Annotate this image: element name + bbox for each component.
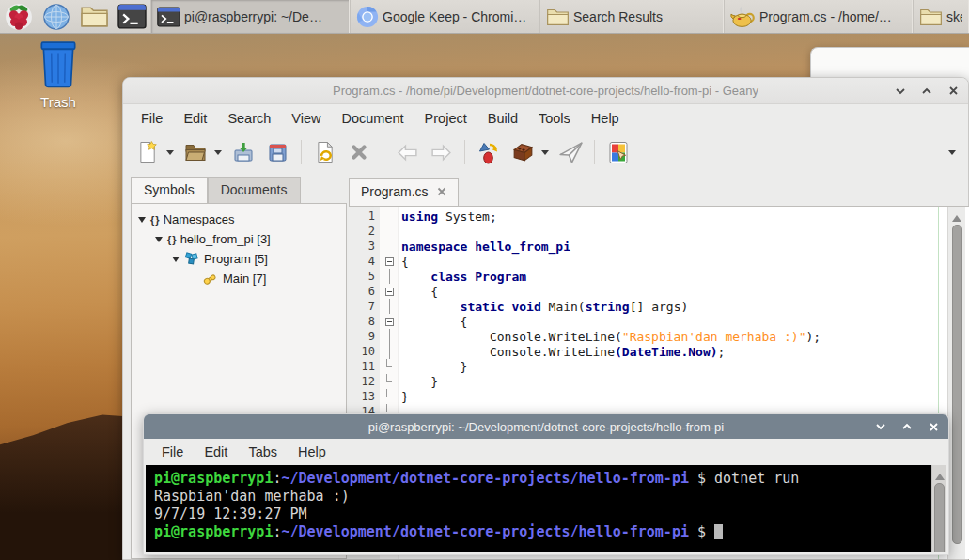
menu-edit[interactable]: Edit [194, 441, 238, 463]
sidebar-tab-documents[interactable]: Documents [208, 177, 301, 203]
geany-maximize-button[interactable] [919, 84, 934, 99]
toolbar-overflow-arrow[interactable] [948, 150, 956, 159]
save-all-button[interactable] [262, 136, 292, 168]
menu-tabs[interactable]: Tabs [238, 441, 288, 463]
taskbar-task-1[interactable]: pi@raspberrypi: ~/De… [150, 0, 350, 33]
terminal-window-title: pi@raspberrypi: ~/Development/dotnet-cor… [368, 420, 724, 434]
menu-file[interactable]: File [131, 107, 173, 130]
open-file-icon [183, 142, 208, 163]
taskbar-task-2[interactable]: Google Keep - Chromi… [350, 0, 539, 33]
tab-close-icon[interactable] [437, 187, 446, 196]
scroll-up-arrow-icon[interactable] [952, 210, 961, 222]
menu-edit[interactable]: Edit [173, 107, 217, 130]
terminal-scrollbar[interactable] [931, 465, 946, 552]
line-number: 8 [349, 315, 380, 328]
token-p: ); [805, 330, 821, 344]
fold-line-icon [389, 344, 390, 359]
symbol-tree-item-program[interactable]: Program [5] [132, 249, 346, 269]
revert-file-button[interactable] [310, 136, 340, 168]
taskbar-task-3[interactable]: Search Results [539, 0, 724, 33]
line-number: 3 [349, 240, 380, 253]
fold-corner-icon [386, 404, 392, 412]
toolbar-separator [383, 140, 383, 164]
taskbar-task-label: Search Results [573, 9, 663, 24]
new-file-button[interactable] [133, 136, 163, 168]
globe-icon [42, 3, 70, 31]
editor-scrollbar[interactable] [947, 207, 965, 559]
save-file-button[interactable] [228, 136, 258, 168]
code-text: using System; [399, 210, 497, 224]
tab-program-cs[interactable]: Program.cs [349, 178, 459, 206]
namespace-icon: { } [150, 214, 159, 226]
open-file-button[interactable] [180, 136, 211, 168]
nav-back-button[interactable] [392, 136, 422, 168]
symbol-tree-item-hello_from_pi[interactable]: { }hello_from_pi [3] [132, 229, 346, 249]
fold-marker [380, 359, 399, 374]
run-button[interactable] [555, 136, 586, 168]
terminal-launcher[interactable] [113, 0, 150, 33]
fold-marker[interactable] [380, 314, 399, 329]
symbol-tree-item-main[interactable]: Main [7] [132, 269, 346, 288]
menu-view[interactable]: View [281, 107, 331, 130]
symbol-tree-item-namespaces[interactable]: { }Namespaces [132, 210, 346, 229]
code-text: Console.WriteLine("Raspbian'dan merhaba … [399, 330, 821, 344]
tree-expander-icon[interactable] [138, 217, 146, 226]
file-manager-launcher[interactable] [75, 0, 113, 33]
menu-document[interactable]: Document [332, 107, 414, 130]
fold-line-icon [389, 329, 390, 344]
token-p: ; [718, 345, 726, 359]
terminal-scrollbar-thumb[interactable] [934, 483, 945, 552]
compile-button[interactable] [474, 136, 504, 168]
fold-corner-icon [386, 359, 392, 367]
tree-expander-icon[interactable] [155, 237, 163, 246]
build-dropdown-arrow[interactable] [541, 150, 549, 159]
taskbar-task-5[interactable]: ske [913, 0, 969, 33]
nav-forward-icon [430, 143, 453, 163]
menu-file[interactable]: File [151, 441, 194, 463]
menu-raspberry-launcher[interactable] [0, 0, 38, 33]
sidebar-tab-symbols[interactable]: Symbols [131, 177, 208, 203]
choose-color-icon [608, 140, 629, 165]
taskbar: pi@raspberrypi: ~/De…Google Keep - Chrom… [0, 0, 969, 34]
build-button[interactable] [508, 136, 538, 168]
terminal-close-button[interactable] [926, 419, 941, 434]
token-s: "Raspbian'dan merhaba :)" [622, 330, 806, 344]
menu-build[interactable]: Build [477, 107, 528, 130]
toolbar-separator [464, 140, 465, 164]
geany-close-button[interactable] [946, 84, 961, 99]
taskbar-task-4[interactable]: Program.cs - /home/… [724, 0, 913, 33]
terminal-line: 9/7/19 12:39:27 PM [154, 506, 946, 523]
menu-tools[interactable]: Tools [528, 107, 581, 130]
menu-search[interactable]: Search [217, 107, 281, 130]
terminal-maximize-button[interactable] [899, 419, 914, 434]
tree-expander-icon[interactable] [172, 257, 180, 266]
menu-project[interactable]: Project [414, 107, 477, 130]
geany-toolbar [123, 132, 968, 172]
fold-marker [380, 329, 399, 344]
web-browser-launcher[interactable] [38, 0, 75, 33]
fold-marker[interactable] [380, 284, 399, 299]
trash-shortcut[interactable]: Trash [24, 39, 92, 110]
terminal-titlebar[interactable]: pi@raspberrypi: ~/Development/dotnet-cor… [144, 414, 948, 439]
menu-help[interactable]: Help [581, 107, 630, 130]
choose-color-button[interactable] [603, 136, 633, 168]
fold-marker[interactable] [380, 254, 399, 269]
geany-minimize-button[interactable] [893, 84, 908, 99]
code-line: 6 { [349, 284, 947, 299]
editor-scrollbar-thumb[interactable] [952, 225, 962, 544]
terminal-scroll-up-arrow-icon[interactable] [935, 469, 945, 480]
fold-marker [380, 269, 399, 284]
terminal-segment-plain: $ dotnet run [689, 470, 799, 487]
terminal-minimize-button[interactable] [873, 419, 888, 434]
line-number: 4 [349, 255, 380, 268]
method-icon [202, 272, 218, 286]
open-file-dropdown-arrow[interactable] [214, 150, 222, 159]
nav-forward-button[interactable] [426, 136, 456, 168]
new-file-dropdown-arrow[interactable] [166, 150, 174, 159]
geany-titlebar[interactable]: Program.cs - /home/pi/Development/dotnet… [123, 78, 968, 104]
terminal-content[interactable]: pi@raspberrypi:~/Development/dotnet-core… [146, 465, 946, 552]
menu-help[interactable]: Help [288, 441, 336, 463]
fold-marker [380, 344, 399, 359]
token-p: } [401, 390, 409, 404]
close-file-button[interactable] [344, 136, 374, 168]
